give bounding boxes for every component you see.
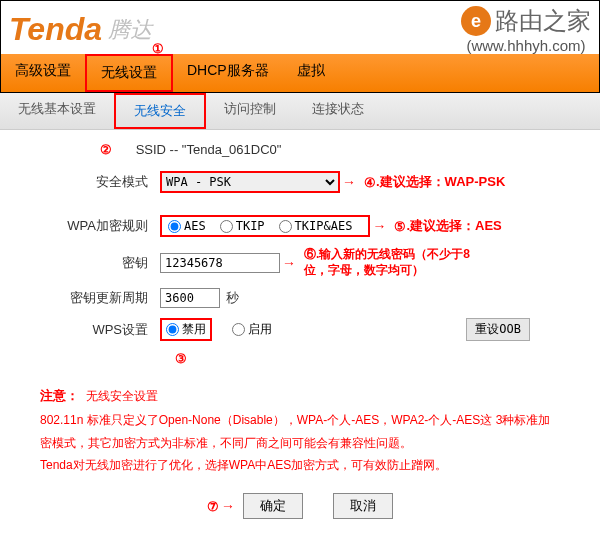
input-refresh[interactable] xyxy=(160,288,220,308)
nav-sub: 无线基本设置 无线安全 访问控制 连接状态 xyxy=(0,93,600,130)
subnav-access[interactable]: 访问控制 xyxy=(206,93,294,129)
radio-tkip[interactable]: TKIP xyxy=(220,219,265,233)
ok-button[interactable]: 确定 xyxy=(243,493,303,519)
reset-oob-button[interactable]: 重设OOB xyxy=(466,318,530,341)
cancel-button[interactable]: 取消 xyxy=(333,493,393,519)
annotation-6: ⑥.输入新的无线密码（不少于8位，字母，数字均可） xyxy=(304,247,474,278)
marker-2: ② xyxy=(100,142,112,157)
radio-wps-disable[interactable]: 禁用 xyxy=(160,318,212,341)
ssid-value: "Tenda_061DC0" xyxy=(182,142,282,157)
ssid-row: ② SSID -- "Tenda_061DC0" xyxy=(40,142,560,157)
label-key: 密钥 xyxy=(40,254,160,272)
marker-3: ③ xyxy=(175,351,187,366)
notice-line2: Tenda对无线加密进行了优化，选择WPA中AES加密方式，可有效防止蹭网。 xyxy=(40,454,560,477)
watermark-url: (www.hhhyh.com) xyxy=(461,37,591,54)
label-security-mode: 安全模式 xyxy=(40,173,160,191)
brand-logo: Tenda xyxy=(9,11,102,48)
nav-virtual[interactable]: 虚拟 xyxy=(283,54,339,92)
wpa-rule-group: AES TKIP TKIP&AES xyxy=(160,215,370,237)
button-row: ⑦→ 确定 取消 xyxy=(40,493,560,519)
row-wps: WPS设置 禁用 启用 重设OOB xyxy=(40,318,560,341)
marker-1: ① xyxy=(152,41,164,56)
radio-tkip-aes[interactable]: TKIP&AES xyxy=(279,219,353,233)
notice-subtitle: 无线安全设置 xyxy=(86,389,158,403)
watermark-title: 路由之家 xyxy=(495,5,591,37)
arrow-icon: → xyxy=(282,255,296,271)
radio-aes[interactable]: AES xyxy=(168,219,206,233)
row-refresh: 密钥更新周期 秒 xyxy=(40,288,560,308)
label-wpa-rule: WPA加密规则 xyxy=(40,217,160,235)
annotation-5: ⑤.建议选择：AES xyxy=(394,217,501,235)
label-wps: WPS设置 xyxy=(40,321,160,339)
header: Tenda 腾达 e 路由之家 (www.hhhyh.com) xyxy=(0,0,600,54)
nav-main: 高级设置 无线设置 DHCP服务器 虚拟 xyxy=(0,54,600,93)
arrow-icon: → xyxy=(342,174,356,190)
nav-wireless[interactable]: 无线设置 xyxy=(85,54,173,92)
notice: 注意： 无线安全设置 802.11n 标准只定义了Open-None（Disab… xyxy=(40,384,560,477)
radio-wps-enable[interactable]: 启用 xyxy=(232,321,272,338)
unit-seconds: 秒 xyxy=(226,289,239,307)
nav-dhcp[interactable]: DHCP服务器 xyxy=(173,54,283,92)
subnav-status[interactable]: 连接状态 xyxy=(294,93,382,129)
content: ② SSID -- "Tenda_061DC0" 安全模式 WPA - PSK … xyxy=(0,130,600,535)
brand-cn: 腾达 xyxy=(108,15,152,45)
annotation-4: ④.建议选择：WAP-PSK xyxy=(364,173,505,191)
watermark-icon: e xyxy=(461,6,491,36)
ssid-label: SSID -- xyxy=(136,142,182,157)
notice-line1: 802.11n 标准只定义了Open-None（Disable），WPA-个人-… xyxy=(40,409,560,455)
arrow-icon: → xyxy=(372,218,386,234)
label-refresh: 密钥更新周期 xyxy=(40,289,160,307)
row-security-mode: 安全模式 WPA - PSK → ④.建议选择：WAP-PSK xyxy=(40,171,560,193)
select-security-mode[interactable]: WPA - PSK xyxy=(160,171,340,193)
notice-title: 注意： xyxy=(40,388,79,403)
watermark: e 路由之家 (www.hhhyh.com) xyxy=(461,5,591,54)
subnav-basic[interactable]: 无线基本设置 xyxy=(0,93,114,129)
nav-advanced[interactable]: 高级设置 xyxy=(1,54,85,92)
logo: Tenda 腾达 xyxy=(9,11,152,48)
marker-7: ⑦→ xyxy=(207,498,237,514)
input-key[interactable] xyxy=(160,253,280,273)
row-key: 密钥 → ⑥.输入新的无线密码（不少于8位，字母，数字均可） xyxy=(40,247,560,278)
subnav-security[interactable]: 无线安全 xyxy=(114,93,206,129)
row-wpa-rule: WPA加密规则 AES TKIP TKIP&AES → ⑤.建议选择：AES xyxy=(40,215,560,237)
